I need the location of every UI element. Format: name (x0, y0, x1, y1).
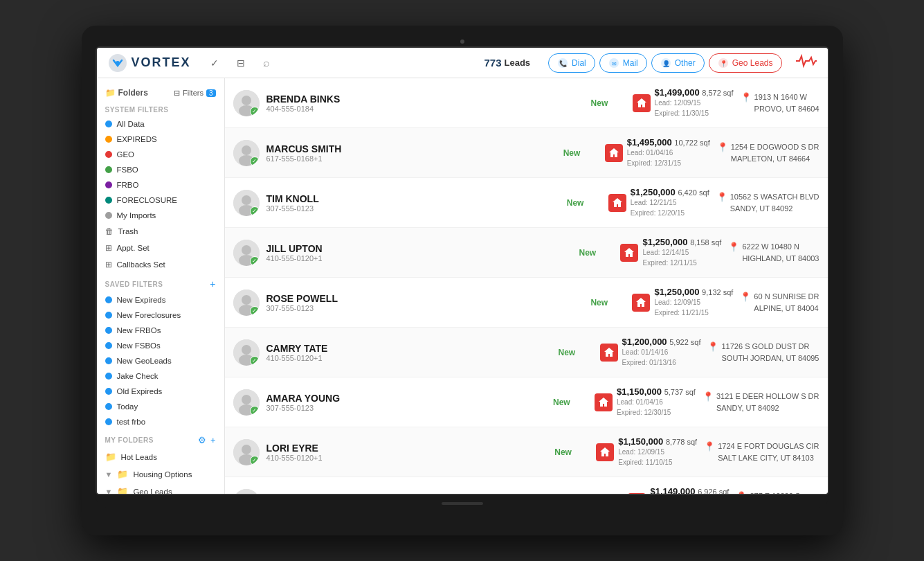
geo-leads-button[interactable]: 📍 Geo Leads (709, 53, 782, 73)
my-folders-add[interactable]: + (210, 435, 216, 445)
lead-address: 1913 N 1640 WPROVO, UT 84604 (754, 91, 819, 114)
lead-avatar: ✓ (233, 90, 260, 116)
sidebar-item-old-expireds[interactable]: Old Expireds (97, 384, 224, 399)
trash-label: Trash (118, 227, 138, 235)
sidebar-item-new-frbos[interactable]: New FRBOs (97, 323, 224, 338)
sidebar-item-trash[interactable]: 🗑 Trash (97, 223, 224, 240)
svg-point-1 (116, 61, 120, 65)
property-icon (596, 443, 614, 461)
sidebar-item-fsbo[interactable]: FSBO (97, 162, 224, 177)
folders-label: Folders (118, 88, 148, 98)
lead-address-wrapper: 📍 6222 W 10480 NHIGHLAND, UT 84003 (728, 241, 819, 264)
pulse-icon (796, 54, 817, 71)
fsbo-dot (105, 166, 112, 173)
lead-price-info: $1,150,000 8,778 sqf Lead: 12/09/15Expir… (618, 436, 697, 467)
lead-status: New (590, 298, 625, 308)
lead-row[interactable]: ✓ LORI EYRE 410-555-0120+1 New $1,150,00… (225, 427, 828, 477)
lead-address: 877 E 12200 SDRAPER, UT 84020 (750, 490, 819, 494)
folder-item-housing-options[interactable]: ▼ 📁 Housing Options (97, 465, 224, 483)
lead-row[interactable]: ✓ JILL UPTON 410-555-0120+1 New $1,250,0… (225, 228, 828, 278)
sidebar-item-appt-set[interactable]: ⊞ Appt. Set (97, 240, 224, 256)
sidebar-item-test-frbo[interactable]: test frbo (97, 414, 224, 429)
toolbar-actions: ✓ ⊟ ⌕ 773 Leads 📞 Dial ✉ Mail (205, 53, 817, 73)
check-button[interactable]: ✓ (205, 55, 224, 71)
lead-info: LORI EYRE 410-555-0120+1 (266, 443, 548, 462)
sidebar-item-new-foreclosures[interactable]: New Foreclosures (97, 308, 224, 323)
sidebar-item-all-data[interactable]: All Data (97, 116, 224, 132)
lead-property: $1,150,000 8,778 sqf Lead: 12/09/15Expir… (596, 436, 697, 467)
lead-property: $1,499,000 8,572 sqf Lead: 12/09/15Expir… (633, 87, 734, 118)
foreclosure-label: FORECLOSURE (117, 196, 178, 204)
geo-leads-icon: 📁 (117, 486, 128, 494)
callbacks-label: Callbacks Set (117, 260, 165, 269)
lead-price-info: $1,149,000 6,926 sqf Lead: 12/09/15Expir… (650, 486, 729, 494)
svg-point-14 (242, 145, 251, 155)
sidebar-item-jake-check[interactable]: Jake Check (97, 368, 224, 384)
lead-dates: Lead: 12/09/15Expired: 11/30/15 (655, 98, 734, 118)
sidebar-item-new-fsbos[interactable]: New FSBOs (97, 338, 224, 353)
sidebar-item-frbo[interactable]: FRBO (97, 177, 224, 193)
lead-row[interactable]: ✓ TIM KNOLL 307-555-0123 New $1,250,000 … (225, 178, 828, 228)
lead-name: BRENDA BINKS (266, 93, 584, 105)
lead-row[interactable]: ✓ BRENDA BINKS 404-555-0184 New $1,499,0… (225, 78, 828, 128)
svg-point-34 (233, 489, 260, 495)
sidebar-item-new-expireds[interactable]: New Expireds (97, 292, 224, 308)
sidebar-item-geo[interactable]: GEO (97, 147, 224, 162)
folder-item-geo-leads[interactable]: ▼ 📁 Geo Leads (97, 483, 224, 494)
lead-row[interactable]: ✓ AMARA YOUNG 307-555-0123 New $1,150,00… (225, 377, 828, 427)
saved-filters-add[interactable]: + (210, 278, 215, 290)
dial-button[interactable]: 📞 Dial (548, 53, 595, 73)
search-button[interactable]: ⌕ (257, 54, 275, 72)
lead-property: $1,149,000 6,926 sqf Lead: 12/09/15Expir… (628, 486, 729, 494)
lead-price: $1,149,000 6,926 sqf (650, 486, 729, 494)
filter-button[interactable]: ⊟ (231, 55, 251, 71)
svg-point-17 (242, 195, 251, 205)
svg-point-11 (242, 96, 251, 105)
property-icon (605, 144, 623, 162)
pin-icon: 📍 (740, 292, 751, 302)
folders-button[interactable]: 📁 Folders (105, 88, 148, 98)
logo: VORTEX (108, 53, 191, 73)
lead-price-info: $1,499,000 8,572 sqf Lead: 12/09/15Expir… (655, 87, 734, 118)
lead-address: 6222 W 10480 NHIGHLAND, UT 84003 (742, 241, 819, 264)
filters-button[interactable]: ⊟ Filters 3 (174, 89, 216, 98)
sidebar-item-today[interactable]: Today (97, 399, 224, 414)
lead-status: New (567, 198, 601, 208)
fsbo-label: FSBO (117, 166, 138, 174)
pin-icon: 📍 (703, 391, 714, 402)
lead-name: ROSE POWELL (266, 293, 584, 304)
lead-info: JILL UPTON 410-555-0120+1 (266, 243, 572, 262)
lead-avatar: ✓ (233, 190, 260, 216)
property-icon (620, 244, 638, 262)
lead-row[interactable]: ✓ MARCUS SMITH 617-555-0168+1 New $1,495… (225, 128, 828, 178)
folder-item-hot-leads[interactable]: 📁 Hot Leads (97, 448, 224, 465)
lead-avatar: ✓ (233, 439, 260, 465)
my-folders-settings[interactable]: ⚙ (198, 435, 206, 445)
other-button[interactable]: 👤 Other (651, 53, 705, 73)
lead-dates: Lead: 12/09/15Expired: 11/21/15 (654, 297, 733, 318)
lead-address: 3121 E DEER HOLLOW S DRSANDY, UT 84092 (716, 391, 819, 413)
lead-property: $1,495,000 10,722 sqf Lead: 01/04/16Expi… (605, 137, 710, 168)
lead-list: ✓ BRENDA BINKS 404-555-0184 New $1,499,0… (225, 78, 828, 494)
lead-price: $1,200,000 5,922 sqf (622, 337, 701, 347)
lead-row[interactable]: ✓ MARY CAMBELL 307-555-0123 New $1,149,0… (225, 477, 828, 494)
lead-dates: Lead: 12/21/15Expired: 12/20/15 (631, 197, 709, 218)
lead-name: MARY CAMBELL (266, 492, 580, 495)
lead-property: $1,250,000 8,158 sqf Lead: 12/14/15Expir… (620, 237, 721, 268)
filter-icon: ⊟ (174, 89, 180, 98)
sidebar-item-foreclosure[interactable]: FORECLOSURE (97, 193, 224, 208)
sidebar-item-callbacks[interactable]: ⊞ Callbacks Set (97, 256, 224, 273)
sidebar-item-new-geoleads[interactable]: New GeoLeads (97, 353, 224, 368)
other-label: Other (675, 58, 696, 68)
sidebar-item-expireds[interactable]: EXPIREDS (97, 132, 224, 147)
lead-status: New (563, 148, 598, 158)
pin-icon: 📍 (728, 242, 739, 252)
sidebar-item-my-imports[interactable]: My Imports (97, 208, 224, 223)
lead-address-wrapper: 📍 3121 E DEER HOLLOW S DRSANDY, UT 84092 (703, 391, 819, 413)
lead-address-wrapper: 📍 877 E 12200 SDRAPER, UT 84020 (736, 490, 819, 494)
lead-info: AMARA YOUNG 307-555-0123 (266, 393, 546, 412)
expireds-label: EXPIREDS (117, 135, 157, 143)
mail-button[interactable]: ✉ Mail (599, 53, 647, 73)
lead-row[interactable]: ✓ ROSE POWELL 307-555-0123 New $1,250,00… (225, 278, 828, 328)
lead-row[interactable]: ✓ CAMRY TATE 410-555-0120+1 New $1,200,0… (225, 328, 828, 377)
